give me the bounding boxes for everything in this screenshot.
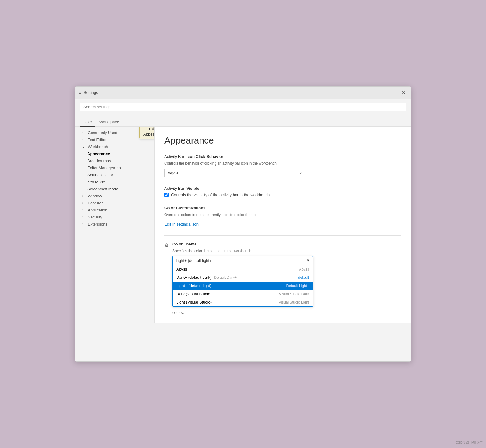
sidebar-item-label: Window xyxy=(88,194,102,198)
color-theme-section: ⚙ Color Theme Specifies the color theme … xyxy=(164,235,401,315)
dropdown-header: Light+ (default light) ∨ xyxy=(173,256,313,265)
chevron-icon: › xyxy=(82,215,86,219)
theme-name: Dark (Visual Studio) xyxy=(176,292,211,296)
theme-name: Light+ (default light) xyxy=(176,283,211,288)
color-theme-dropdown[interactable]: Light+ (default light) ∨ Abyss Abyss xyxy=(172,256,313,307)
sidebar-item-label: Screencast Mode xyxy=(87,187,118,191)
sidebar-item-settings-editor[interactable]: Settings Editor xyxy=(75,171,154,178)
search-bar xyxy=(75,99,411,115)
dropdown-list: Abyss Abyss Dark+ (default dark) Default… xyxy=(173,265,313,306)
checkbox-row: Controls the visibility of the activity … xyxy=(164,192,401,197)
default-badge: default xyxy=(298,275,309,280)
setting-activity-bar-visible: Activity Bar: Visible Controls the visib… xyxy=(164,186,401,197)
window-title: Settings xyxy=(84,90,398,95)
sidebar-item-application[interactable]: › Application xyxy=(75,207,154,214)
edit-settings-json-link[interactable]: Edit in settings.json xyxy=(164,222,199,226)
watermark: CSDN @小清远了 xyxy=(456,440,483,445)
sidebar-item-label: Editor Management xyxy=(87,166,122,170)
color-theme-block: Color Theme Specifies the color theme us… xyxy=(172,242,401,315)
sidebar-item-label: Zen Mode xyxy=(87,180,105,184)
chevron-icon: › xyxy=(82,131,86,134)
chevron-icon: › xyxy=(82,201,86,205)
sidebar-item-label: Extensions xyxy=(88,222,107,226)
sidebar-item-screencast-mode[interactable]: Screencast Mode xyxy=(75,185,154,192)
search-input[interactable] xyxy=(80,103,406,111)
sidebar-item-appearance[interactable]: Appearance xyxy=(75,150,154,157)
sidebar-item-label: Commonly Used xyxy=(88,130,117,135)
setting-color-customizations: Color Customizations Overrides colors fr… xyxy=(164,206,401,227)
settings-window: ≡ Settings ✕ User Workspace 1.点击 Appeara… xyxy=(75,86,411,362)
tab-workspace[interactable]: Workspace xyxy=(95,118,123,127)
dropdown-item-light-vs[interactable]: Light (Visual Studio) Visual Studio Ligh… xyxy=(173,298,313,306)
sidebar-item-extensions[interactable]: › Extensions xyxy=(75,221,154,228)
chevron-icon: › xyxy=(82,194,86,198)
setting-label-bold: Icon Click Behavior xyxy=(186,154,223,159)
setting-label: Activity Bar: Visible xyxy=(164,186,401,191)
theme-desc: Default Light+ xyxy=(286,284,309,288)
section-title: Appearance xyxy=(164,135,401,146)
setting-activity-bar-icon-click: Activity Bar: Icon Click Behavior Contro… xyxy=(164,154,401,177)
tab-user[interactable]: User xyxy=(80,118,95,127)
dropdown-item-light-plus[interactable]: Light+ (default light) Default Light+ xyxy=(173,282,313,290)
setting-desc: Overrides colors from the currently sele… xyxy=(164,212,401,218)
dropdown-item-dark-vs[interactable]: Dark (Visual Studio) Visual Studio Dark xyxy=(173,290,313,298)
sidebar-item-workbench[interactable]: ∨ Workbench xyxy=(75,143,154,150)
selected-theme-label: Light+ (default light) xyxy=(176,258,211,263)
menu-icon[interactable]: ≡ xyxy=(79,90,81,95)
gear-icon-row: ⚙ Color Theme Specifies the color theme … xyxy=(164,242,401,315)
chevron-icon: ∨ xyxy=(82,145,86,148)
sidebar-item-label: Workbench xyxy=(88,144,108,149)
setting-desc: Specifies the color theme used in the wo… xyxy=(172,248,401,254)
chevron-icon: › xyxy=(82,138,86,141)
setting-desc: Controls the behavior of clicking an act… xyxy=(164,161,401,166)
setting-label: Color Theme xyxy=(172,242,401,246)
theme-name: Light (Visual Studio) xyxy=(176,300,212,304)
dropdown-item-abyss[interactable]: Abyss Abyss xyxy=(173,265,313,273)
theme-desc: Visual Studio Light xyxy=(279,300,309,304)
dropdown-item-dark-plus[interactable]: Dark+ (default dark) Default Dark+ defau… xyxy=(173,273,313,282)
theme-name: Dark+ (default dark) xyxy=(176,275,211,280)
sidebar-item-label: Appearance xyxy=(87,151,110,156)
theme-desc: Default Dark+ xyxy=(214,275,237,280)
setting-label: Color Customizations xyxy=(164,206,401,210)
main-layout: 1.点击 Appearance › Commonly Used › Text E… xyxy=(75,127,411,323)
tooltip-1: 1.点击 Appearance xyxy=(139,127,155,139)
sidebar-item-zen-mode[interactable]: Zen Mode xyxy=(75,178,154,185)
activity-bar-visible-checkbox[interactable] xyxy=(164,193,169,197)
setting-label-bold: Color Customizations xyxy=(164,206,205,210)
sidebar-item-breadcrumbs[interactable]: Breadcrumbs xyxy=(75,157,154,164)
sidebar-item-label: Text Editor xyxy=(88,137,107,142)
gear-icon[interactable]: ⚙ xyxy=(164,242,169,248)
sidebar-item-label: Breadcrumbs xyxy=(87,159,111,163)
checkbox-label: Controls the visibility of the activity … xyxy=(171,192,271,197)
sidebar-item-label: Features xyxy=(88,201,103,205)
select-wrapper: toggle focus xyxy=(164,169,305,177)
override-text: colors. xyxy=(172,310,401,315)
setting-label: Activity Bar: Icon Click Behavior xyxy=(164,154,401,159)
setting-label-bold: Color Theme xyxy=(172,242,196,246)
content-area: User Workspace 1.点击 Appearance › Commonl… xyxy=(75,99,411,323)
close-button[interactable]: ✕ xyxy=(400,90,407,96)
sidebar-item-label: Security xyxy=(88,215,102,219)
title-bar: ≡ Settings ✕ xyxy=(75,87,411,99)
sidebar-item-label: Settings Editor xyxy=(87,173,113,177)
sidebar-item-editor-management[interactable]: Editor Management xyxy=(75,164,154,171)
tabs-row: User Workspace xyxy=(75,115,411,127)
sidebar-item-label: Application xyxy=(88,208,107,212)
theme-desc: Abyss xyxy=(299,267,309,271)
main-content: Appearance Activity Bar: Icon Click Beha… xyxy=(155,127,411,323)
chevron-icon: › xyxy=(82,208,86,212)
theme-name: Abyss xyxy=(176,267,187,271)
sidebar-item-security[interactable]: › Security xyxy=(75,214,154,221)
chevron-icon: › xyxy=(82,222,86,226)
sidebar-item-window[interactable]: › Window xyxy=(75,192,154,200)
theme-desc: Visual Studio Dark xyxy=(279,292,309,296)
sidebar-item-features[interactable]: › Features xyxy=(75,200,154,207)
sidebar: 1.点击 Appearance › Commonly Used › Text E… xyxy=(75,127,155,323)
activity-bar-behavior-select[interactable]: toggle focus xyxy=(164,169,305,177)
setting-label-bold: Visible xyxy=(186,186,199,191)
dropdown-chevron-icon: ∨ xyxy=(307,258,310,263)
